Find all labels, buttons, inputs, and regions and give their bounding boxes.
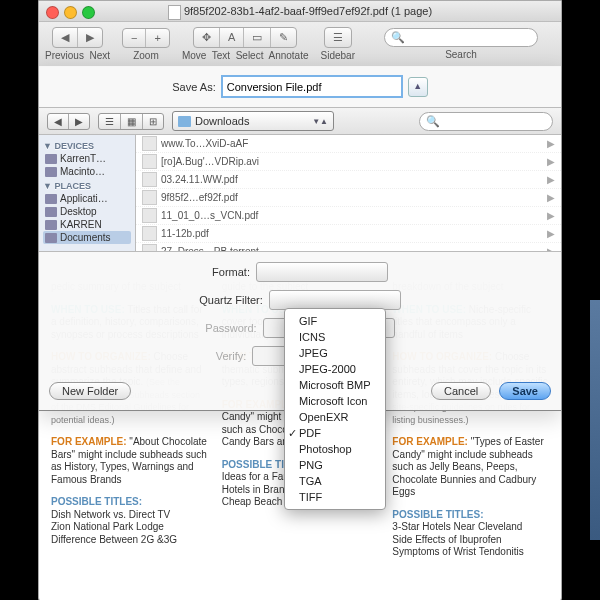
expand-button[interactable]: ▲: [408, 77, 428, 97]
file-row[interactable]: www.To…XviD-aAF▶: [136, 135, 561, 153]
file-row[interactable]: 11_01_0…s_VCN.pdf▶: [136, 207, 561, 225]
sidebar-button[interactable]: ☰: [324, 27, 352, 48]
sidebar-item[interactable]: KARREN: [43, 218, 131, 231]
file-row[interactable]: 11-12b.pdf▶: [136, 225, 561, 243]
save-as-label: Save As:: [172, 81, 215, 93]
format-option[interactable]: JPEG: [285, 345, 385, 361]
save-sheet: Save As: ▲ ◀▶ ☰▦⊞ Downloads▼▲ 🔍 ▼ DEVICE…: [39, 66, 561, 411]
close-icon[interactable]: [46, 6, 59, 19]
new-folder-button[interactable]: New Folder: [49, 382, 131, 400]
file-icon: [168, 5, 181, 20]
format-option[interactable]: TIFF: [285, 489, 385, 505]
minimize-icon[interactable]: [64, 6, 77, 19]
folder-icon: [178, 116, 191, 127]
file-row[interactable]: 27_Dress…PB.torrent▶: [136, 243, 561, 251]
preview-window: 9f85f202-83b1-4af2-baaf-9ff9ed7ef92f.pdf…: [38, 0, 562, 600]
background-photo: [590, 300, 600, 540]
save-button[interactable]: Save: [499, 382, 551, 400]
sidebar-item[interactable]: Applicati…: [43, 192, 131, 205]
sidebar-item[interactable]: Desktop: [43, 205, 131, 218]
window-title: 9f85f202-83b1-4af2-baaf-9ff9ed7ef92f.pdf…: [184, 5, 432, 17]
nav-back-forward[interactable]: ◀▶: [47, 113, 90, 130]
sidebar-item[interactable]: Documents: [43, 231, 131, 244]
format-option[interactable]: TGA: [285, 473, 385, 489]
sidebar-item[interactable]: KarrenT…: [43, 152, 131, 165]
cancel-button[interactable]: Cancel: [431, 382, 491, 400]
format-option[interactable]: Microsoft Icon: [285, 393, 385, 409]
file-browser: ◀▶ ☰▦⊞ Downloads▼▲ 🔍 ▼ DEVICES KarrenT…M…: [39, 107, 561, 252]
format-option[interactable]: PNG: [285, 457, 385, 473]
file-row[interactable]: 9f85f2…ef92f.pdf▶: [136, 189, 561, 207]
browser-search[interactable]: 🔍: [419, 112, 553, 131]
zoom-buttons[interactable]: −+: [122, 28, 170, 48]
search-icon: 🔍: [391, 31, 405, 44]
file-row[interactable]: 03.24.11.WW.pdf▶: [136, 171, 561, 189]
window-controls: [46, 6, 95, 19]
nav-buttons[interactable]: ◀▶: [52, 27, 103, 48]
format-option[interactable]: Microsoft BMP: [285, 377, 385, 393]
browser-sidebar: ▼ DEVICES KarrenT…Macinto… ▼ PLACES Appl…: [39, 135, 136, 251]
format-option[interactable]: ICNS: [285, 329, 385, 345]
toolbar: ◀▶Previous Next −+Zoom ✥A▭✎Move Text Sel…: [39, 22, 561, 67]
file-list[interactable]: www.To…XviD-aAF▶[ro]A.Bug'…VDRip.avi▶03.…: [136, 135, 561, 251]
location-popup[interactable]: Downloads▼▲: [172, 111, 334, 131]
title-bar: 9f85f202-83b1-4af2-baaf-9ff9ed7ef92f.pdf…: [39, 1, 561, 22]
format-option[interactable]: PDF: [285, 425, 385, 441]
file-row[interactable]: [ro]A.Bug'…VDRip.avi▶: [136, 153, 561, 171]
tool-buttons[interactable]: ✥A▭✎: [193, 27, 297, 48]
view-mode[interactable]: ☰▦⊞: [98, 113, 164, 130]
format-option[interactable]: OpenEXR: [285, 409, 385, 425]
format-menu[interactable]: GIFICNSJPEGJPEG-2000Microsoft BMPMicroso…: [284, 308, 386, 510]
format-option[interactable]: GIF: [285, 313, 385, 329]
format-dropdown[interactable]: [256, 262, 388, 282]
sidebar-item[interactable]: Macinto…: [43, 165, 131, 178]
toolbar-search[interactable]: 🔍: [384, 28, 538, 47]
format-option[interactable]: JPEG-2000: [285, 361, 385, 377]
format-option[interactable]: Photoshop: [285, 441, 385, 457]
zoom-icon[interactable]: [82, 6, 95, 19]
filename-input[interactable]: [222, 76, 402, 97]
quartz-dropdown[interactable]: [269, 290, 401, 310]
